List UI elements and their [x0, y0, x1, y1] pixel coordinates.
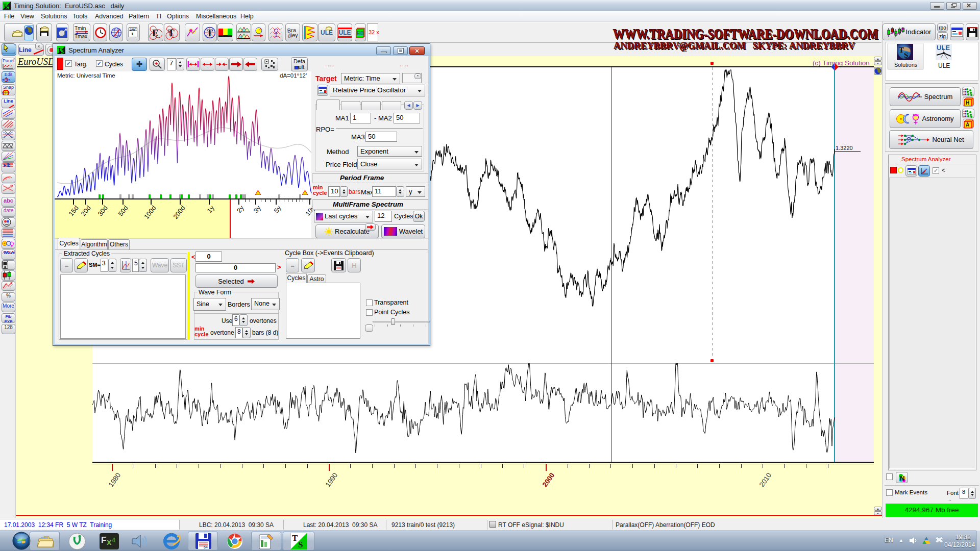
svg-text:S: S — [298, 540, 303, 549]
svg-text:ULE: ULE — [937, 44, 950, 52]
svg-text:H: H — [966, 100, 969, 106]
svg-text:N: N — [900, 474, 904, 482]
svg-text:S: S — [904, 51, 908, 59]
svg-text:T: T — [899, 46, 904, 54]
svg-text:T: T — [292, 533, 298, 543]
svg-text:64: 64 — [204, 545, 208, 549]
svg-text:A: A — [966, 122, 969, 128]
